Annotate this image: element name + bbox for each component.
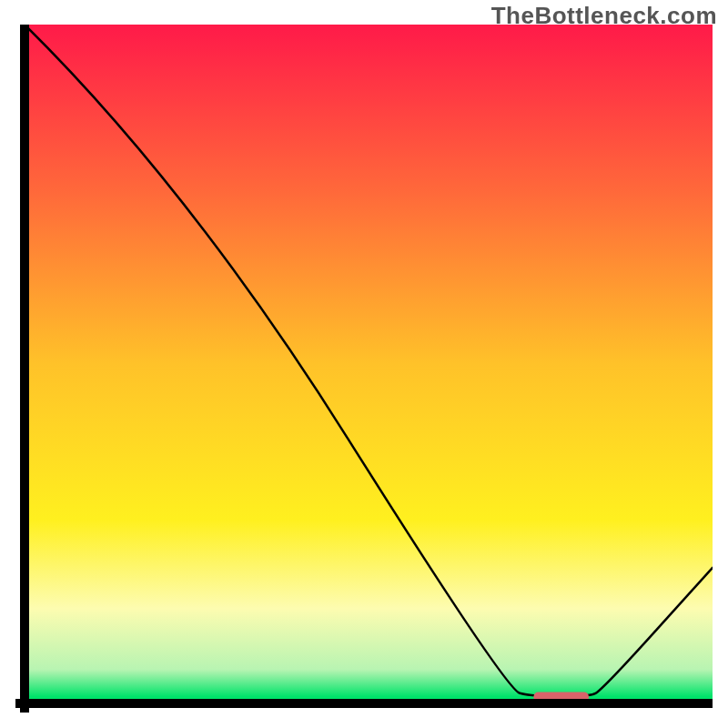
- bottleneck-chart: [15, 25, 713, 713]
- plot-background: [25, 25, 713, 703]
- chart-container: TheBottleneck.com: [0, 0, 728, 728]
